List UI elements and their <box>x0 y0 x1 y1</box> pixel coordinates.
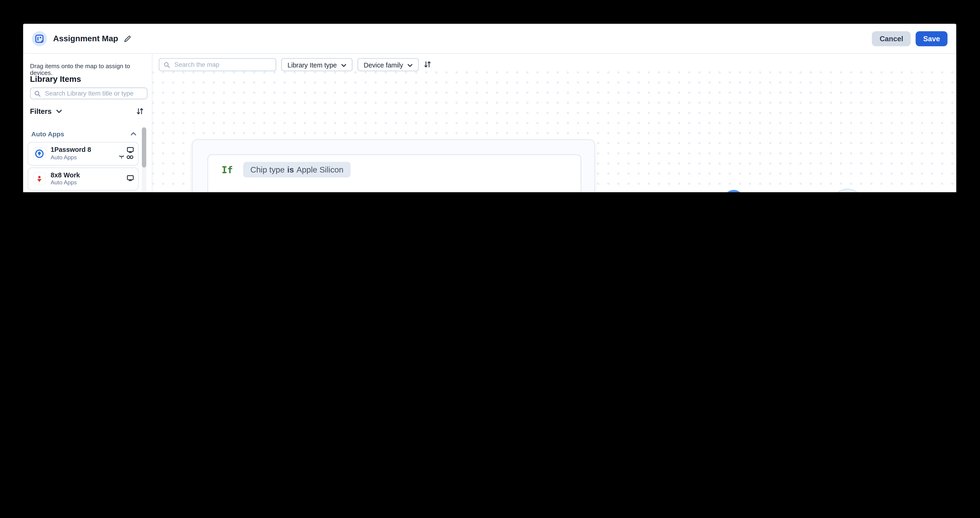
onepassword-app-icon <box>33 147 46 160</box>
library-item-type-filter[interactable]: Library Item type <box>281 58 353 72</box>
vision-pro-icon <box>126 155 134 159</box>
search-icon <box>164 59 170 70</box>
condition-field: Chip type <box>250 165 285 174</box>
mac-icon <box>127 147 134 153</box>
chevron-up-icon[interactable] <box>130 132 136 136</box>
condition-operator: is <box>287 165 294 174</box>
chevron-down-icon[interactable] <box>56 109 62 113</box>
library-item-card[interactable]: 8x8 Work Auto Apps <box>28 167 139 191</box>
filters-row: Filters <box>30 108 144 115</box>
if-branch-card: If Chip type is Apple Silicon assign (1) <box>207 154 581 192</box>
library-items-list: 1Password 8 Auto Apps 8x8 Work Auto Apps… <box>28 142 139 192</box>
dropdown-label: Device family <box>364 61 403 68</box>
scrollbar-thumb[interactable] <box>142 127 146 167</box>
mac-icon <box>127 175 134 181</box>
library-item-name: 1Password 8 <box>51 146 91 154</box>
save-button[interactable]: Save <box>916 31 948 46</box>
canvas-toolbar: Library Item type Device family <box>159 58 431 72</box>
library-search[interactable] <box>30 87 148 99</box>
header: Assignment Map Cancel Save <box>23 24 956 53</box>
scrollbar-track <box>142 126 146 192</box>
cancel-button[interactable]: Cancel <box>872 31 911 46</box>
filters-label: Filters <box>30 108 51 115</box>
library-item-type: Auto Apps <box>51 180 80 187</box>
library-items-sidebar: Drag items onto the map to assign to dev… <box>23 54 152 192</box>
bee-icon <box>119 154 124 160</box>
section-label: Auto Apps <box>31 130 64 138</box>
assign-label: assign (1) <box>225 191 262 192</box>
assignment-map-icon <box>32 31 47 46</box>
page-title: Assignment Map <box>53 34 118 43</box>
map-canvas[interactable]: Library Item type Device family If <box>153 54 956 192</box>
device-family-icons <box>119 147 134 160</box>
sort-icon[interactable] <box>136 108 144 115</box>
search-icon <box>34 88 41 99</box>
map-search-input[interactable] <box>173 60 271 68</box>
condition-value: Apple Silicon <box>296 165 344 174</box>
sidebar-section-auto-apps[interactable]: Auto Apps <box>31 130 136 138</box>
dropdown-label: Library Item type <box>288 61 337 68</box>
assignment-map-window: Assignment Map Cancel Save Drag items on… <box>23 24 956 192</box>
library-search-input[interactable] <box>44 89 143 97</box>
device-family-filter[interactable]: Device family <box>357 58 418 72</box>
chevron-down-icon <box>407 61 412 68</box>
sidebar-title: Library Items <box>30 75 81 84</box>
screen: Assignment Map Cancel Save Drag items on… <box>0 0 980 192</box>
library-item-name: 8x8 Work <box>51 171 80 180</box>
map-search[interactable] <box>159 58 277 72</box>
edit-title-icon[interactable] <box>124 35 131 42</box>
if-keyword: If <box>221 164 233 175</box>
device-family-icons <box>120 175 134 183</box>
library-item-card[interactable]: 1Password 8 Auto Apps <box>28 142 139 165</box>
library-item-type: Auto Apps <box>51 154 91 161</box>
sort-icon[interactable] <box>424 59 431 70</box>
conditional-block[interactable]: If Chip type is Apple Silicon assign (1) <box>191 139 595 192</box>
condition-chip[interactable]: Chip type is Apple Silicon <box>243 162 351 177</box>
eightxeight-app-icon <box>33 173 46 185</box>
chevron-down-icon <box>341 61 346 68</box>
